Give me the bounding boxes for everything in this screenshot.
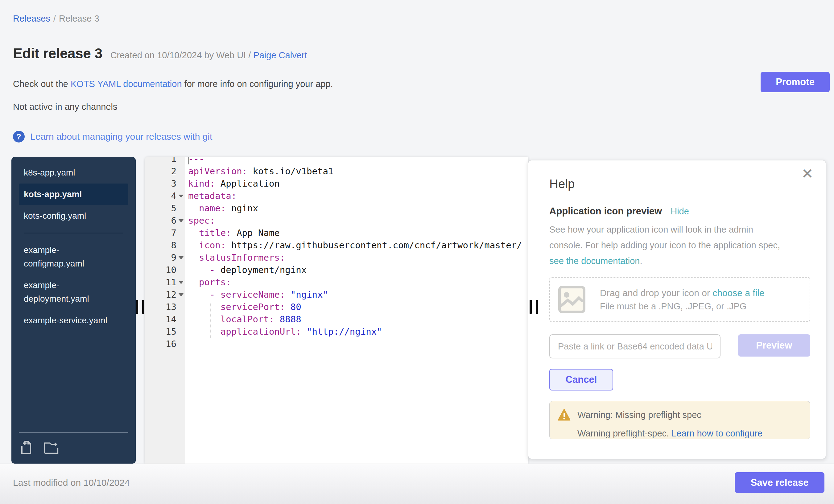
editor-cursor bbox=[188, 157, 189, 165]
file-label: example-deployment.yaml bbox=[24, 279, 112, 306]
code-line-15: applicationUrl: "http://nginx" bbox=[185, 325, 528, 338]
fold-spacer bbox=[176, 264, 185, 276]
created-line: Created on 10/10/2024 by Web UI / Paige … bbox=[110, 50, 307, 61]
author-link[interactable]: Paige Calvert bbox=[253, 50, 307, 60]
gutter-row-2: 2 bbox=[145, 165, 185, 177]
line-number: 13 bbox=[166, 302, 176, 312]
breadcrumb-releases-link[interactable]: Releases bbox=[13, 14, 50, 23]
code-line-1: --- bbox=[185, 157, 528, 165]
fold-spacer bbox=[176, 338, 185, 350]
line-number: 1 bbox=[171, 157, 176, 164]
code-line-11: ports: bbox=[185, 276, 528, 288]
code-line-4: metadata: bbox=[185, 190, 528, 202]
warning-triangle-icon bbox=[558, 409, 571, 421]
file-label: k8s-app.yaml bbox=[24, 166, 75, 179]
file-item-example-configmap.yaml[interactable]: example-configmap.yaml bbox=[19, 239, 128, 275]
fold-spacer bbox=[176, 202, 185, 214]
gutter-row-13: 13 bbox=[145, 301, 185, 313]
line-number: 6 bbox=[171, 215, 176, 226]
gutter-row-4: 4 bbox=[145, 190, 185, 202]
fold-arrow-icon[interactable] bbox=[176, 190, 185, 202]
hide-link[interactable]: Hide bbox=[671, 206, 689, 217]
doc-line: Check out the KOTS YAML documentation fo… bbox=[13, 79, 333, 89]
icon-preview-section-header: Application icon preview Hide bbox=[549, 206, 810, 217]
gutter-row-3: 3 bbox=[145, 177, 185, 190]
file-item-example-service.yaml[interactable]: example-service.yaml bbox=[19, 310, 128, 331]
file-list-divider bbox=[24, 233, 123, 233]
see-documentation-link[interactable]: see the documentation bbox=[549, 256, 640, 266]
icon-url-row: Preview bbox=[549, 334, 810, 358]
icon-dropzone[interactable]: Drag and drop your icon or choose a file… bbox=[549, 277, 810, 322]
code-line-10: - deployment/nginx bbox=[185, 264, 528, 276]
fold-spacer bbox=[176, 177, 185, 190]
line-number: 11 bbox=[166, 277, 176, 287]
code-line-12: - serviceName: "nginx" bbox=[185, 288, 528, 301]
code-line-9: statusInformers: bbox=[185, 251, 528, 264]
code-line-14: localPort: 8888 bbox=[185, 313, 528, 325]
close-icon[interactable]: ✕ bbox=[801, 167, 813, 181]
doc-prefix: Check out the bbox=[13, 79, 71, 89]
code-line-8: icon: https://raw.githubusercontent.com/… bbox=[185, 239, 528, 251]
footer-bar: Last modified on 10/10/2024 Save release bbox=[0, 464, 834, 504]
preflight-warning-box: Warning: Missing preflight spec Warning … bbox=[549, 401, 810, 439]
line-number: 5 bbox=[171, 203, 176, 214]
preview-button[interactable]: Preview bbox=[738, 334, 810, 356]
help-panel-resize-handle[interactable] bbox=[530, 300, 538, 314]
file-item-kots-config.yaml[interactable]: kots-config.yaml bbox=[19, 205, 128, 227]
yaml-editor[interactable]: 12345678910111213141516 ---apiVersion: k… bbox=[145, 157, 528, 464]
file-label: kots-config.yaml bbox=[24, 209, 86, 223]
editor-code-lines: ---apiVersion: kots.io/v1beta1kind: Appl… bbox=[185, 157, 528, 350]
sidebar-resize-handle[interactable] bbox=[136, 300, 144, 314]
git-releases-link[interactable]: Learn about managing your releases with … bbox=[30, 131, 212, 142]
last-modified-text: Last modified on 10/10/2024 bbox=[13, 478, 130, 488]
file-item-kots-app.yaml[interactable]: kots-app.yaml bbox=[19, 183, 128, 205]
fold-arrow-icon[interactable] bbox=[176, 288, 185, 301]
choose-file-link[interactable]: choose a file bbox=[712, 288, 764, 298]
line-number: 4 bbox=[171, 191, 176, 201]
image-placeholder-icon bbox=[558, 286, 586, 313]
save-release-button[interactable]: Save release bbox=[735, 472, 825, 493]
file-item-example-deployment.yaml[interactable]: example-deployment.yaml bbox=[19, 275, 128, 310]
dropzone-hint: File must be a .PNG, .JPEG, or .JPG bbox=[600, 301, 765, 311]
line-number: 15 bbox=[166, 326, 176, 337]
file-item-k8s-app.yaml[interactable]: k8s-app.yaml bbox=[19, 162, 128, 183]
code-line-3: kind: Application bbox=[185, 177, 528, 190]
file-label: kots-app.yaml bbox=[24, 188, 82, 201]
code-line-16 bbox=[185, 338, 528, 350]
fold-arrow-icon[interactable] bbox=[176, 214, 185, 227]
learn-configure-link[interactable]: Learn how to configure bbox=[672, 429, 763, 438]
line-number: 16 bbox=[166, 339, 176, 349]
fold-arrow-icon[interactable] bbox=[176, 276, 185, 288]
code-line-2: apiVersion: kots.io/v1beta1 bbox=[185, 165, 528, 177]
breadcrumb-current: Release 3 bbox=[59, 14, 99, 23]
doc-suffix: for more info on configuring your app. bbox=[182, 79, 333, 89]
line-number: 3 bbox=[171, 178, 176, 189]
gutter-row-12: 12 bbox=[145, 288, 185, 301]
question-circle-icon: ? bbox=[13, 131, 25, 143]
gutter-row-8: 8 bbox=[145, 239, 185, 251]
line-number: 12 bbox=[166, 289, 176, 300]
help-panel-title: Help bbox=[549, 177, 810, 191]
line-number: 7 bbox=[171, 228, 176, 238]
kots-yaml-doc-link[interactable]: KOTS YAML documentation bbox=[71, 79, 182, 89]
file-group-examples: example-configmap.yamlexample-deployment… bbox=[19, 239, 128, 331]
gutter-row-6: 6 bbox=[145, 214, 185, 227]
sidebar-actions bbox=[19, 433, 128, 456]
file-tree-sidebar: k8s-app.yamlkots-app.yamlkots-config.yam… bbox=[12, 157, 136, 464]
file-label: example-service.yaml bbox=[24, 314, 107, 327]
new-file-icon[interactable] bbox=[19, 440, 34, 456]
editor-code-area[interactable]: ---apiVersion: kots.io/v1beta1kind: Appl… bbox=[185, 157, 528, 464]
line-number: 10 bbox=[166, 265, 176, 275]
promote-button[interactable]: Promote bbox=[761, 72, 830, 92]
line-number: 9 bbox=[171, 252, 176, 263]
fold-spacer bbox=[176, 301, 185, 313]
gutter-row-9: 9 bbox=[145, 251, 185, 264]
description-period: . bbox=[640, 256, 642, 266]
fold-arrow-icon[interactable] bbox=[176, 251, 185, 264]
icon-preview-title: Application icon preview bbox=[549, 206, 662, 217]
new-folder-icon[interactable] bbox=[43, 440, 59, 456]
cancel-button[interactable]: Cancel bbox=[549, 369, 613, 391]
icon-url-input[interactable] bbox=[549, 334, 721, 358]
gutter-row-11: 11 bbox=[145, 276, 185, 288]
description-line2: console. For help adding your icon to th… bbox=[549, 240, 780, 250]
